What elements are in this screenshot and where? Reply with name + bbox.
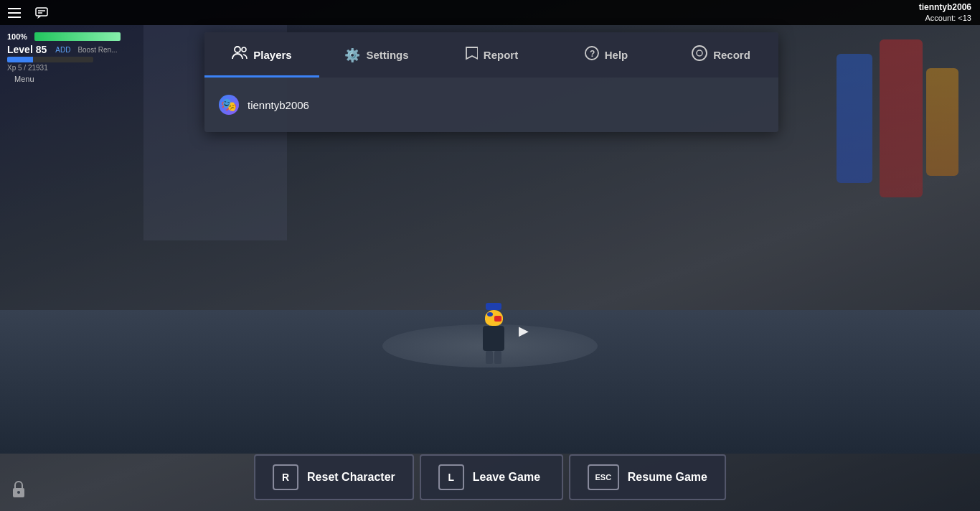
svg-point-8 <box>692 46 707 60</box>
leave-game-label: Leave Game <box>473 471 540 484</box>
tab-record[interactable]: Record <box>664 32 778 78</box>
xp-bar <box>7 57 93 62</box>
resume-game-button[interactable]: ESC Resume Game <box>569 454 726 500</box>
level-text: Level 85 <box>7 44 47 55</box>
report-icon <box>465 46 478 64</box>
chat-button[interactable] <box>29 0 54 25</box>
hamburger-menu-button[interactable] <box>0 0 29 25</box>
reset-character-button[interactable]: R Reset Character <box>254 454 414 500</box>
svg-point-4 <box>235 47 240 52</box>
tab-record-label: Record <box>713 49 750 61</box>
lock-icon <box>11 480 31 500</box>
xp-row <box>7 57 121 62</box>
tab-players[interactable]: Players <box>204 32 319 78</box>
svg-text:?: ? <box>590 49 595 59</box>
character-hat <box>486 303 501 310</box>
chat-icon <box>35 7 48 19</box>
resume-key-badge: ESC <box>588 464 619 490</box>
health-percent: 100% <box>7 32 30 41</box>
health-bar-fill <box>34 32 121 41</box>
xp-text: Xp 5 / 21931 <box>7 64 121 72</box>
account-info: tienntyb2006 Account: <13 <box>919 2 980 24</box>
tab-help[interactable]: ? Help <box>549 32 664 78</box>
tab-bar: Players ⚙️ Settings Report ? Help <box>204 32 778 78</box>
top-bar: tienntyb2006 Account: <13 <box>0 0 980 25</box>
svg-point-9 <box>697 50 702 56</box>
tab-help-label: Help <box>605 49 628 61</box>
svg-point-5 <box>242 47 246 52</box>
hamburger-line-3 <box>8 17 21 18</box>
player-row[interactable]: 🎭 tienntyb2006 <box>204 83 778 126</box>
add-button[interactable]: ADD <box>55 46 70 54</box>
menu-button[interactable]: Menu <box>14 75 34 83</box>
username-display: tienntyb2006 <box>919 2 971 14</box>
tab-report-label: Report <box>484 49 518 61</box>
character-body <box>483 326 504 351</box>
player-name: tienntyb2006 <box>248 99 309 111</box>
settings-icon: ⚙️ <box>344 47 360 63</box>
player-avatar: 🎭 <box>219 95 239 115</box>
account-label: Account: <13 <box>919 13 971 23</box>
bottom-buttons: R Reset Character L Leave Game ESC Resum… <box>254 454 726 500</box>
tab-settings-label: Settings <box>366 49 408 61</box>
character-head <box>485 310 503 326</box>
tab-content-players: 🎭 tienntyb2006 <box>204 78 778 132</box>
record-icon <box>692 45 707 65</box>
svg-point-11 <box>17 491 20 494</box>
resume-game-label: Resume Game <box>628 471 707 484</box>
boost-label: Boost Ren... <box>77 46 117 54</box>
avatar-emoji: 🎭 <box>221 97 237 113</box>
hamburger-line-2 <box>8 12 21 14</box>
svg-rect-0 <box>36 8 47 16</box>
help-icon: ? <box>585 46 599 64</box>
leave-game-button[interactable]: L Leave Game <box>420 454 563 500</box>
level-row: Level 85 ADD Boost Ren... <box>7 44 121 55</box>
game-character <box>476 303 512 353</box>
reset-key-badge: R <box>273 464 298 490</box>
health-bar <box>34 32 121 41</box>
reset-character-label: Reset Character <box>307 471 395 484</box>
hamburger-line-1 <box>8 8 21 9</box>
tab-report[interactable]: Report <box>434 32 549 78</box>
health-bar-container: 100% <box>7 32 121 41</box>
main-panel: Players ⚙️ Settings Report ? Help <box>204 32 778 132</box>
xp-bar-fill <box>7 57 33 62</box>
tab-settings[interactable]: ⚙️ Settings <box>319 32 434 78</box>
leave-key-badge: L <box>438 464 464 490</box>
cursor: ▶ <box>519 323 530 339</box>
players-icon <box>232 46 248 64</box>
tab-players-label: Players <box>253 49 291 61</box>
hud-left: 100% Level 85 ADD Boost Ren... Xp 5 / 21… <box>7 32 121 83</box>
menu-row: Menu <box>7 75 121 83</box>
